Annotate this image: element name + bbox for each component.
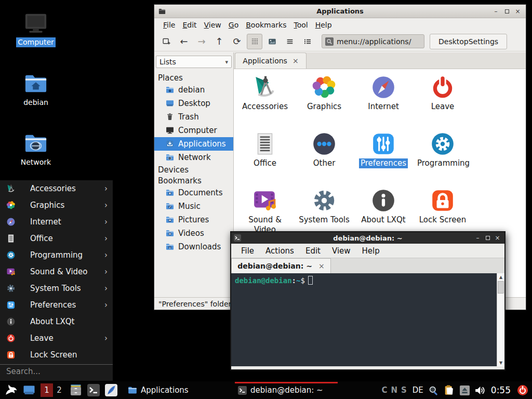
- menu-view[interactable]: View: [328, 246, 354, 256]
- sidebar-item-desktop[interactable]: Desktop: [154, 97, 233, 110]
- menu-bookmarks[interactable]: Bookmarks: [242, 20, 290, 30]
- sidebar-item-downloads[interactable]: Downloads: [154, 240, 233, 254]
- detailed-view-button[interactable]: [300, 34, 315, 49]
- menu-item-office[interactable]: Office ›: [0, 230, 113, 247]
- terminal-prompt: debian@debian:~$: [231, 273, 497, 366]
- menu-item-about-lxqt[interactable]: About LXQt: [0, 313, 113, 330]
- icon-view-button[interactable]: [247, 34, 262, 49]
- new-tab-button[interactable]: [158, 34, 174, 49]
- menu-item-accessories[interactable]: Accessories ›: [0, 180, 113, 197]
- workspace-1-button[interactable]: 1: [41, 383, 53, 397]
- keyboard-layout-indicator[interactable]: DE: [413, 385, 423, 395]
- tab-close-icon[interactable]: ×: [318, 262, 325, 270]
- submenu-arrow-icon: ›: [104, 300, 108, 310]
- sidebar-mode-select[interactable]: Lists ▾: [156, 56, 232, 68]
- maximize-button[interactable]: [483, 234, 493, 242]
- menu-go[interactable]: Go: [225, 20, 242, 30]
- removable-media-tray-icon[interactable]: [460, 385, 470, 395]
- home-folder-icon: [166, 86, 174, 94]
- sidebar-item-videos[interactable]: Videos: [154, 227, 233, 240]
- minimize-button[interactable]: –: [491, 7, 501, 16]
- app-category-leave[interactable]: Leave: [413, 74, 472, 131]
- close-button[interactable]: ×: [493, 234, 502, 242]
- documents-folder-icon: [166, 189, 174, 197]
- menu-file[interactable]: File: [159, 20, 179, 30]
- desktop-icon-computer[interactable]: Computer: [14, 11, 58, 47]
- power-icon: [6, 334, 16, 343]
- app-category-other[interactable]: Other: [295, 131, 354, 188]
- sidebar-item-debian[interactable]: debian: [154, 83, 233, 97]
- app-category-preferences[interactable]: Preferences: [354, 131, 413, 188]
- sidebar-item-music[interactable]: Music: [154, 200, 233, 213]
- app-category-graphics[interactable]: Graphics: [295, 74, 354, 131]
- sidebar-item-applications[interactable]: Applications: [154, 137, 233, 151]
- quicklaunch-terminal[interactable]: [87, 384, 100, 396]
- task-button-applications[interactable]: Applications: [125, 382, 228, 399]
- up-button[interactable]: ↑: [211, 34, 227, 49]
- bookmarks-header: Bookmarks: [154, 175, 233, 186]
- menu-item-graphics[interactable]: Graphics ›: [0, 197, 113, 214]
- terminal-scrollbar[interactable]: ▲ ▼: [497, 273, 504, 366]
- desktop-icon-debian[interactable]: debian: [14, 72, 58, 108]
- menu-actions[interactable]: Actions: [262, 246, 298, 256]
- num-lock-indicator: N: [391, 385, 397, 395]
- menu-search-input[interactable]: Search...: [0, 364, 113, 378]
- clock[interactable]: 0:55: [491, 385, 511, 395]
- forward-button[interactable]: →: [194, 34, 209, 49]
- tab-close-icon[interactable]: ×: [292, 57, 299, 65]
- close-button[interactable]: ×: [513, 7, 523, 16]
- menu-item-internet[interactable]: Internet ›: [0, 214, 113, 230]
- back-button[interactable]: ←: [176, 34, 192, 49]
- minimize-button[interactable]: –: [473, 234, 483, 242]
- menu-item-leave[interactable]: Leave ›: [0, 330, 113, 347]
- quicklaunch-featherpad[interactable]: [105, 384, 117, 396]
- menu-item-programming[interactable]: Programming ›: [0, 247, 113, 263]
- scrollbar-thumb[interactable]: [498, 281, 504, 294]
- screenshot-tray-icon[interactable]: [428, 385, 439, 396]
- app-category-accessories[interactable]: Accessories: [235, 74, 295, 131]
- volume-tray-icon[interactable]: [474, 385, 485, 396]
- tab-applications[interactable]: Applications ×: [235, 52, 307, 69]
- clipboard-tray-icon[interactable]: [444, 384, 455, 396]
- leave-button[interactable]: [516, 384, 529, 396]
- thumbnail-view-button[interactable]: [264, 34, 280, 49]
- app-category-programming[interactable]: Programming: [413, 131, 472, 188]
- maximize-button[interactable]: [502, 7, 512, 16]
- terminal-tab[interactable]: debian@debian: ~ ×: [231, 258, 331, 273]
- scroll-down-icon[interactable]: ▼: [497, 359, 504, 366]
- sidebar-item-pictures[interactable]: Pictures: [154, 213, 233, 227]
- sidebar-item-computer[interactable]: Computer: [154, 124, 233, 137]
- quicklaunch-file-manager[interactable]: [70, 384, 82, 396]
- workspace-2-button[interactable]: 2: [54, 383, 64, 397]
- start-menu-button[interactable]: [3, 382, 19, 398]
- desktop-settings-button[interactable]: DesktopSettings: [430, 34, 507, 49]
- scroll-up-icon[interactable]: ▲: [497, 273, 504, 281]
- task-button-terminal[interactable]: debian@debian: ~: [235, 382, 338, 399]
- app-category-internet[interactable]: Internet: [354, 74, 413, 131]
- menu-view[interactable]: View: [201, 20, 225, 30]
- reload-button[interactable]: ⟳: [229, 34, 245, 49]
- menu-help[interactable]: Help: [312, 20, 336, 30]
- sidebar-item-network[interactable]: Network: [154, 151, 233, 164]
- address-bar[interactable]: menu://applications/: [322, 34, 424, 48]
- menu-tool[interactable]: Tool: [290, 20, 311, 30]
- menu-item-sound-video[interactable]: Sound & Video ›: [0, 263, 113, 280]
- app-category-office[interactable]: Office: [235, 131, 295, 188]
- show-desktop-button[interactable]: [23, 384, 35, 396]
- speaker-icon: [474, 385, 485, 396]
- fm-titlebar[interactable]: Applications – ×: [154, 5, 526, 18]
- menu-edit[interactable]: Edit: [302, 246, 324, 256]
- menu-item-lock-screen[interactable]: Lock Screen: [0, 347, 113, 363]
- compact-view-button[interactable]: [282, 34, 298, 49]
- sidebar-item-documents[interactable]: Documents: [154, 186, 233, 200]
- sidebar-item-trash[interactable]: Trash: [154, 110, 233, 124]
- menu-item-preferences[interactable]: Preferences ›: [0, 297, 113, 313]
- menu-file[interactable]: File: [237, 246, 258, 256]
- desktop-icon-network[interactable]: Network: [14, 131, 58, 167]
- menu-item-system-tools[interactable]: System Tools ›: [0, 280, 113, 297]
- terminal-titlebar[interactable]: debian@debian: ~ – ×: [231, 232, 504, 244]
- menu-edit[interactable]: Edit: [179, 20, 200, 30]
- terminal-viewport[interactable]: debian@debian:~$ ▲ ▼: [231, 273, 504, 366]
- app-category-label: System Tools: [297, 215, 351, 225]
- menu-help[interactable]: Help: [358, 246, 383, 256]
